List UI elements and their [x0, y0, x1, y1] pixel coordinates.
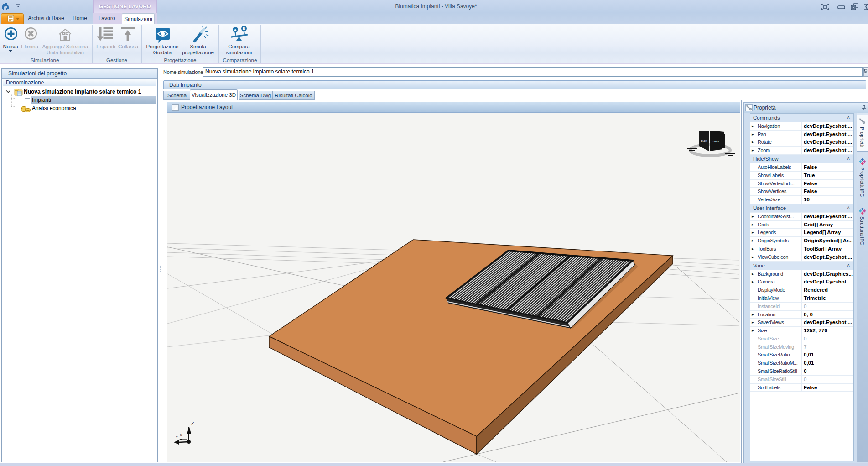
- svg-text:X: X: [180, 433, 182, 437]
- svg-text:A: A: [234, 28, 237, 32]
- svg-text:B: B: [243, 26, 245, 31]
- svg-text:BACK: BACK: [701, 140, 707, 142]
- svg-text:Z: Z: [191, 421, 194, 426]
- svg-text:Y: Y: [176, 435, 178, 439]
- svg-text:LEFT: LEFT: [713, 140, 720, 143]
